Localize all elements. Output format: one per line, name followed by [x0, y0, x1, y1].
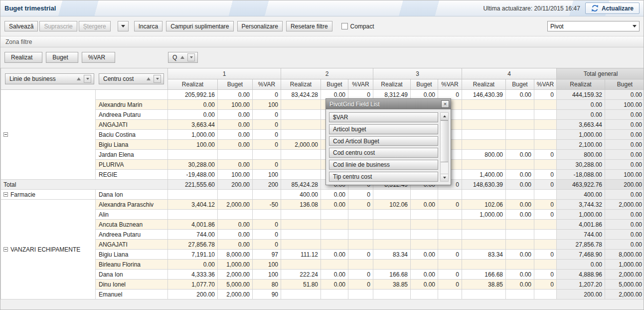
row-header-linie-de-business[interactable]: Farmacie: [1, 190, 96, 200]
row-header-centru-cost[interactable]: Jardan Elena: [96, 150, 168, 160]
refresh-button[interactable]: Actualizare: [585, 2, 640, 14]
pivot-cell: 205,992.16: [168, 90, 218, 100]
filter-button[interactable]: [154, 75, 161, 83]
reset-filters-button[interactable]: Resetare filtre: [286, 21, 332, 31]
pivot-cell: 0: [253, 90, 281, 100]
column-subheader[interactable]: Buget: [321, 79, 348, 90]
field-list-item[interactable]: Cod linie de business: [329, 160, 438, 170]
save-options-dropdown[interactable]: [118, 21, 129, 31]
column-subheader[interactable]: Buget: [506, 79, 534, 90]
row-field-linie-de-business[interactable]: Linie de business: [5, 73, 94, 84]
column-subheader[interactable]: %VAR: [348, 79, 373, 90]
field-list-item[interactable]: Cod centru cost: [329, 148, 438, 158]
row-header-centru-cost[interactable]: REGIE: [96, 170, 168, 180]
extra-fields-button[interactable]: Campuri suplimentare: [166, 21, 233, 31]
row-header-centru-cost[interactable]: Ancuta Buznean: [96, 220, 168, 230]
row-header-centru-cost[interactable]: ANGAJATI: [96, 240, 168, 250]
column-group-header[interactable]: Total general: [557, 68, 644, 79]
collapse-icon[interactable]: [3, 247, 8, 252]
row-header-centru-cost[interactable]: ANGAJATI: [96, 120, 168, 130]
save-button[interactable]: Salvează: [4, 21, 38, 31]
load-button[interactable]: Incarca: [134, 21, 162, 31]
row-header-centru-cost[interactable]: Emanuel: [96, 290, 168, 300]
row-header-centru-cost[interactable]: Andreea Putaru: [96, 230, 168, 240]
measure-field-var[interactable]: %VAR: [82, 52, 115, 63]
column-field-q[interactable]: Q: [168, 52, 198, 63]
column-group-header[interactable]: 1: [168, 68, 281, 79]
pivot-cell: 0.00: [557, 110, 605, 120]
pivot-cell: 4,001.86: [168, 220, 218, 230]
field-list-titlebar[interactable]: PivotGrid Field List ×: [326, 99, 451, 109]
overwrite-button[interactable]: Suprascrie: [39, 21, 77, 31]
collapse-icon[interactable]: [3, 132, 8, 137]
compact-checkbox[interactable]: [341, 23, 348, 29]
field-list-item[interactable]: Articol buget: [329, 124, 438, 134]
sort-ascending-icon: [77, 77, 81, 80]
column-subheader[interactable]: Realizat: [168, 79, 218, 90]
column-field-q-label: Q: [172, 54, 177, 61]
pivot-cell: 51.80: [281, 280, 321, 290]
pivot-cell: [348, 220, 373, 230]
pivot-cell: [411, 190, 438, 200]
row-header-centru-cost[interactable]: Alexandra Paraschiv: [96, 200, 168, 210]
row-header-linie-de-business[interactable]: [1, 90, 96, 180]
row-header-centru-cost[interactable]: Bigiu Liana: [96, 140, 168, 150]
pivot-cell: 200.00: [168, 290, 218, 300]
scrollbar-thumb[interactable]: [441, 120, 448, 162]
filter-button[interactable]: [84, 75, 91, 83]
row-header-centru-cost[interactable]: Bigiu Liana: [96, 250, 168, 260]
column-subheader[interactable]: Realizat: [462, 79, 506, 90]
field-list-scrollbar[interactable]: [440, 112, 449, 182]
row-header-centru-cost[interactable]: Baciu Costina: [96, 130, 168, 140]
row-header-linie-de-business[interactable]: VANZARI ECHIPAMENTE: [1, 200, 96, 300]
pivot-cell: 0.00: [411, 200, 438, 210]
column-group-header[interactable]: 4: [462, 68, 557, 79]
column-subheader[interactable]: %VAR: [253, 79, 281, 90]
field-list-item[interactable]: Cod Articol Buget: [329, 136, 438, 146]
pivot-cell: 0.00: [506, 280, 534, 290]
personalize-button[interactable]: Personalizare: [237, 21, 283, 31]
column-subheader[interactable]: Buget: [218, 79, 253, 90]
row-header-centru-cost[interactable]: PLURIVA: [96, 160, 168, 170]
pivot-cell: 0.00: [218, 110, 253, 120]
row-header-centru-cost[interactable]: Alexandru Marin: [96, 100, 168, 110]
row-header-centru-cost[interactable]: Alin: [96, 210, 168, 220]
collapse-icon[interactable]: [3, 192, 8, 197]
view-select[interactable]: Pivot: [547, 21, 640, 31]
pivot-cell: [438, 290, 462, 300]
column-subheader[interactable]: Realizat: [373, 79, 411, 90]
field-list-close-button[interactable]: ×: [441, 100, 449, 108]
field-list-item[interactable]: $VAR: [329, 112, 438, 122]
pivot-cell: 27,856.78: [557, 240, 605, 250]
pivot-cell: [462, 110, 506, 120]
pivot-cell: 0.00: [605, 110, 644, 120]
column-subheader[interactable]: Realizat: [557, 79, 605, 90]
delete-button[interactable]: Ștergere: [79, 21, 111, 31]
pivot-grid: Linie de businessCentru cost1234Total ge…: [0, 68, 644, 300]
measure-field-realizat[interactable]: Realizat: [4, 52, 42, 63]
column-subheader[interactable]: Buget: [605, 79, 644, 90]
row-header-centru-cost[interactable]: Andreea Putaru: [96, 110, 168, 120]
row-header-centru-cost[interactable]: Dana Ion: [96, 270, 168, 280]
pivot-cell: [438, 220, 462, 230]
row-header-centru-cost[interactable]: Dana Ion: [96, 190, 168, 200]
row-field-centru-cost[interactable]: Centru cost: [99, 73, 164, 84]
column-subheader[interactable]: %VAR: [438, 79, 462, 90]
sort-ascending-icon: [147, 77, 151, 80]
pivot-row: PLURIVA30,288.000.00030,288.000.00: [1, 160, 644, 170]
scroll-up-button[interactable]: [441, 113, 448, 120]
column-subheader[interactable]: Realizat: [281, 79, 321, 90]
scroll-down-button[interactable]: [441, 174, 448, 181]
column-group-header[interactable]: 2: [281, 68, 373, 79]
row-header-centru-cost[interactable]: Dinu Ionel: [96, 280, 168, 290]
row-header-centru-cost[interactable]: Birleanu Florina: [96, 260, 168, 270]
row-header-centru-cost[interactable]: [96, 90, 168, 100]
pivot-cell: 0: [534, 250, 557, 260]
field-list-item[interactable]: Tip centru cost: [329, 172, 438, 182]
measure-field-buget[interactable]: Buget: [46, 52, 78, 63]
column-subheader[interactable]: Buget: [411, 79, 438, 90]
column-group-header[interactable]: 3: [373, 68, 462, 79]
filter-button[interactable]: [187, 53, 195, 61]
column-subheader[interactable]: %VAR: [534, 79, 557, 90]
pivot-cell: 400.00: [557, 190, 605, 200]
